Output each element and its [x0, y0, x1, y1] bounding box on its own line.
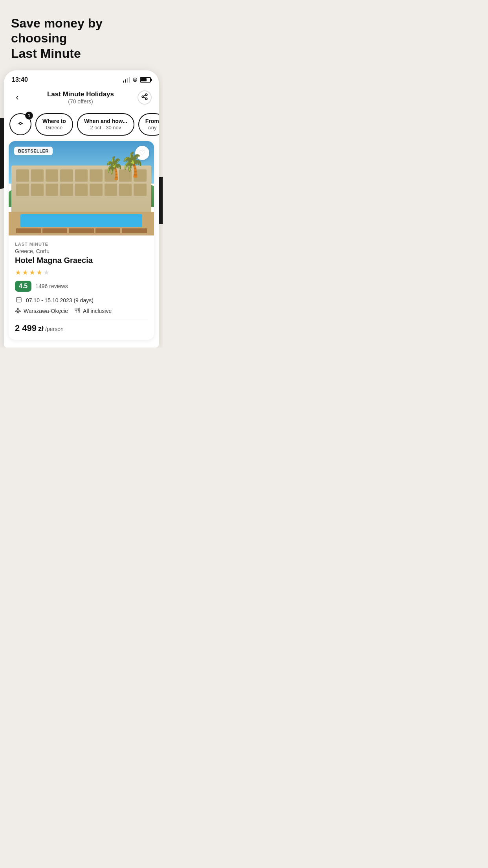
back-button[interactable]: ‹	[11, 91, 24, 104]
star-1: ★	[15, 268, 21, 277]
bestseller-badge: BESTSELLER	[14, 147, 53, 155]
page-background: Save money by choosing Last Minute 13:40…	[0, 0, 163, 348]
airport-info: Warszawa-Okęcie	[15, 307, 68, 315]
svg-point-5	[20, 122, 22, 124]
price-currency: zł	[38, 325, 44, 333]
filter-badge: 1	[25, 112, 33, 120]
where-to-value: Greece	[46, 125, 63, 131]
star-3: ★	[29, 268, 35, 277]
calendar-icon	[15, 296, 23, 304]
when-label: When and how...	[84, 118, 127, 125]
from-label: From	[145, 118, 159, 125]
status-icons: ⊜	[123, 76, 151, 83]
star-5: ★	[43, 268, 50, 277]
battery-icon	[140, 77, 151, 83]
hotel-name: Hotel Magna Graecia	[15, 256, 148, 265]
phone-mockup: 13:40 ⊜ ‹ Last Minute Holidays (70 offer…	[4, 70, 159, 347]
page-title: Save money by choosing Last Minute	[11, 16, 152, 61]
from-value: Any	[148, 125, 156, 131]
date-text: 07.10 - 15.10.2023 (9 days)	[26, 297, 94, 303]
filter-settings-icon	[17, 120, 24, 129]
star-2: ★	[22, 268, 28, 277]
from-chip[interactable]: From Any	[138, 113, 159, 135]
airport-text: Warszawa-Okęcie	[24, 308, 68, 314]
hotel-image: 🌴 🌴	[9, 141, 154, 235]
svg-line-4	[143, 95, 145, 96]
navigation-bar: ‹ Last Minute Holidays (70 offers)	[4, 86, 159, 109]
nav-title-sub: (70 offers)	[24, 98, 138, 105]
nav-title-main: Last Minute Holidays	[24, 90, 138, 98]
hotel-card[interactable]: 🌴 🌴 BESTSELLER ♡ 1/16	[9, 141, 154, 340]
where-to-label: Where to	[42, 118, 66, 125]
svg-point-6	[18, 123, 19, 124]
when-chip[interactable]: When and how... 2 oct - 30 nov	[77, 113, 134, 135]
filter-row: 1 Where to Greece When and how... 2 oct …	[4, 109, 159, 141]
wifi-icon: ⊜	[132, 76, 138, 83]
filter-icon-chip[interactable]: 1	[9, 113, 31, 135]
signal-icon	[123, 77, 130, 83]
hotel-card-content: LAST MINUTE Greece, Corfu Hotel Magna Gr…	[9, 235, 154, 340]
nav-title: Last Minute Holidays (70 offers)	[24, 90, 138, 105]
meal-text: All inclusive	[83, 308, 112, 314]
back-arrow-icon: ‹	[16, 92, 18, 103]
svg-line-3	[143, 97, 145, 98]
status-bar: 13:40 ⊜	[4, 70, 159, 86]
amenities-row: Warszawa-Okęcie All inclusive	[15, 307, 148, 315]
rating-badge: 4.5	[15, 281, 31, 292]
share-button[interactable]	[138, 90, 152, 105]
price-per-person: /person	[45, 326, 64, 332]
svg-point-7	[22, 123, 24, 124]
rating-row: 4.5 1496 reviews	[15, 281, 148, 292]
date-row: 07.10 - 15.10.2023 (9 days)	[15, 296, 148, 304]
reviews-count: 1496 reviews	[35, 283, 68, 289]
hotel-tag: LAST MINUTE	[15, 242, 148, 246]
star-4: ★	[36, 268, 42, 277]
hotel-image-container: 🌴 🌴 BESTSELLER ♡ 1/16	[9, 141, 154, 235]
share-icon	[141, 93, 148, 102]
plane-icon	[15, 307, 21, 315]
meal-icon	[74, 307, 81, 315]
where-to-chip[interactable]: Where to Greece	[35, 113, 73, 135]
meal-info: All inclusive	[74, 307, 112, 315]
when-value: 2 oct - 30 nov	[90, 125, 121, 131]
price-row: 2 499 zł /person	[15, 320, 148, 333]
headline-section: Save money by choosing Last Minute	[0, 0, 163, 70]
status-time: 13:40	[12, 76, 28, 83]
hotel-location: Greece, Corfu	[15, 248, 148, 254]
price-amount: 2 499	[15, 323, 37, 333]
hotel-stars: ★ ★ ★ ★ ★	[15, 268, 148, 277]
svg-rect-8	[17, 297, 21, 302]
